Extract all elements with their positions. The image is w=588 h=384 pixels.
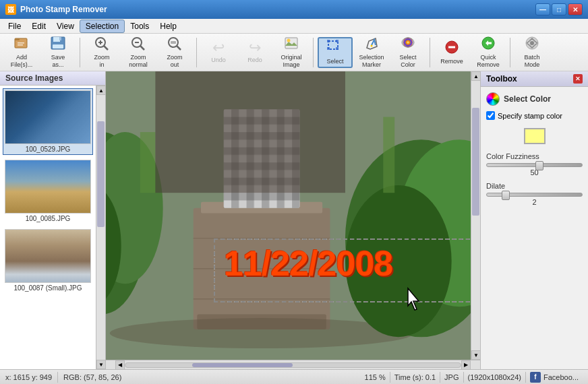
zoom-normal-label: Zoom normal <box>129 54 148 69</box>
source-thumb-2 <box>5 160 91 214</box>
redo-button[interactable]: ↪ Redo <box>237 37 272 68</box>
save-as-icon <box>50 36 66 53</box>
toolbar-sep-3 <box>313 38 314 67</box>
menu-view[interactable]: View <box>51 20 80 32</box>
toolbar-sep-2 <box>196 38 197 67</box>
dilate-value: 2 <box>486 198 583 206</box>
svg-rect-49 <box>140 132 156 193</box>
svg-line-9 <box>104 46 108 50</box>
facebook-section: f Faceboo... <box>526 372 583 383</box>
thumb-image-3 <box>5 230 90 282</box>
quick-remove-button[interactable]: Quick Remove <box>471 37 506 68</box>
palette-icon <box>486 92 500 106</box>
zoom-in-button[interactable]: Zoom in <box>84 37 119 68</box>
zoom-in-label: Zoom in <box>94 54 109 69</box>
svg-rect-18 <box>285 38 297 49</box>
photo-background: 11/22/2008 <box>106 71 471 360</box>
title-bar: 🖼 Photo Stamp Remover — □ ✕ <box>0 0 588 19</box>
source-item-2[interactable]: 100_0085.JPG <box>3 158 93 224</box>
scene-svg <box>106 71 471 360</box>
selection-marker-icon <box>363 36 380 53</box>
menu-tools[interactable]: Tools <box>125 20 154 32</box>
undo-label: Undo <box>211 57 226 64</box>
menu-file[interactable]: File <box>3 20 26 32</box>
menu-help[interactable]: Help <box>154 20 182 32</box>
original-image-button[interactable]: Original Image <box>274 37 309 68</box>
toolbox-section-title: Select Color <box>486 92 583 106</box>
coords-display: x: 1615 y: 949 <box>5 373 52 381</box>
remove-icon <box>444 40 460 57</box>
remove-button[interactable]: Remove <box>434 37 469 68</box>
color-swatch[interactable] <box>524 128 546 144</box>
canvas-scroll-down[interactable]: ▼ <box>471 350 480 360</box>
source-thumb-1 <box>5 90 91 144</box>
select-color-button[interactable]: Select Color <box>390 37 425 68</box>
select-icon <box>327 40 343 57</box>
select-button[interactable]: Select <box>318 37 353 68</box>
canvas-vscroll-track <box>471 81 480 350</box>
quick-remove-label: Quick Remove <box>477 54 500 69</box>
toolbox-section-label: Select Color <box>504 94 551 104</box>
original-image-label: Original Image <box>281 54 301 69</box>
source-label-3: 100_0087 (Small).JPG <box>13 284 82 292</box>
zoom-out-button[interactable]: Zoom out <box>157 37 192 68</box>
scroll-down-button[interactable]: ▼ <box>96 360 105 369</box>
batch-mode-button[interactable]: Batch Mode <box>514 37 550 68</box>
toolbox-content: Select Color Specify stamp color Color F… <box>481 87 588 212</box>
selection-marker-button[interactable]: Selection Marker <box>354 37 389 68</box>
time-display: Time (s): 0.1 <box>390 373 440 381</box>
status-sep-1 <box>57 372 58 383</box>
redo-icon: ↪ <box>249 40 261 55</box>
source-list: 100_0529.JPG 100_0085.JPG 10 <box>0 86 96 369</box>
undo-button[interactable]: ↩ Undo <box>201 37 236 68</box>
svg-point-26 <box>371 45 373 47</box>
specify-color-checkbox[interactable] <box>486 111 495 120</box>
dilate-row: Dilate 2 <box>486 182 583 206</box>
add-files-label: Add File(s)... <box>11 54 33 69</box>
zoom-normal-button[interactable]: Zoom normal <box>121 37 156 68</box>
maximize-button[interactable]: □ <box>552 3 566 15</box>
canvas-area[interactable]: 11/22/2008 <box>106 71 471 360</box>
original-image-icon <box>283 36 299 53</box>
source-thumb-3 <box>5 229 91 283</box>
add-files-button[interactable]: Add File(s)... <box>4 37 39 68</box>
fuzziness-thumb[interactable] <box>535 161 543 170</box>
specify-color-label: Specify stamp color <box>498 112 562 120</box>
svg-point-34 <box>530 41 534 45</box>
toolbox-panel: Toolbox ✕ Select Color Specify stamp col… <box>480 71 588 369</box>
scroll-track <box>96 95 105 360</box>
canvas-scroll-up[interactable]: ▲ <box>471 71 480 81</box>
minimize-button[interactable]: — <box>535 3 550 15</box>
selection-marker-label: Selection Marker <box>359 54 384 69</box>
close-button[interactable]: ✕ <box>568 3 583 15</box>
toolbar-sep-4 <box>430 38 430 67</box>
select-label: Select <box>326 58 343 65</box>
svg-rect-5 <box>53 37 60 42</box>
svg-rect-23 <box>336 40 339 42</box>
zoom-out-icon <box>167 36 183 53</box>
batch-mode-label: Batch Mode <box>524 54 539 69</box>
svg-rect-17 <box>171 41 176 44</box>
app-icon: 🖼 <box>5 4 16 15</box>
source-item-3[interactable]: 100_0087 (Small).JPG <box>3 227 93 294</box>
canvas-hscrollbar: ◀ ▶ <box>106 360 480 369</box>
dilate-thumb[interactable] <box>502 191 510 200</box>
fuzziness-track[interactable] <box>486 163 583 167</box>
scroll-up-button[interactable]: ▲ <box>96 86 105 95</box>
menu-selection[interactable]: Selection <box>80 20 125 33</box>
hscroll-right[interactable]: ▶ <box>461 360 471 370</box>
dilate-track[interactable] <box>486 193 583 197</box>
menu-edit[interactable]: Edit <box>26 20 51 32</box>
facebook-label: Faceboo... <box>543 373 579 381</box>
source-item-1[interactable]: 100_0529.JPG <box>3 88 93 155</box>
save-as-button[interactable]: Save as... <box>40 37 76 68</box>
toolbox-close-button[interactable]: ✕ <box>573 74 583 84</box>
remove-label: Remove <box>440 58 463 65</box>
svg-rect-22 <box>327 40 330 42</box>
quick-remove-icon <box>480 36 496 53</box>
hscroll-left[interactable]: ◀ <box>115 360 125 370</box>
undo-icon: ↩ <box>212 40 225 55</box>
hscroll-thumb <box>192 363 293 367</box>
redo-label: Redo <box>247 57 262 64</box>
toolbox-header: Toolbox ✕ <box>481 71 588 87</box>
